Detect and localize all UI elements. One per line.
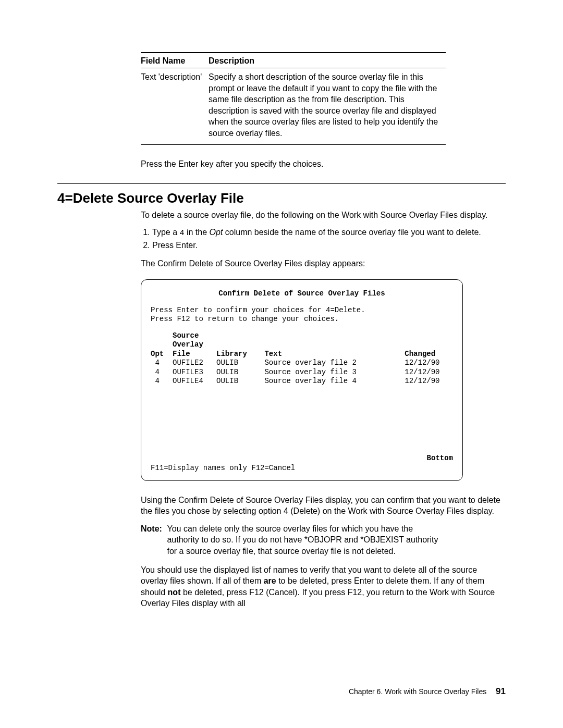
col-header-fieldname: Field Name: [141, 53, 209, 68]
page-footer: Chapter 6. Work with Source Overlay File…: [349, 686, 506, 697]
screen-row: 4 OUFILE4 OULIB Source overlay file 4 12…: [151, 377, 440, 385]
screen-instructions: Press Enter to confirm your choices for …: [151, 306, 453, 324]
intro-paragraph: To delete a source overlay file, do the …: [141, 209, 506, 221]
cell-description: Specify a short description of the sourc…: [209, 68, 446, 145]
col-header-description: Description: [209, 53, 446, 68]
cell-fieldname: Text 'description': [141, 68, 209, 145]
paragraph-verify: You should use the displayed list of nam…: [141, 564, 506, 609]
screen-row: 4 OUFILE2 OULIB Source overlay file 2 12…: [151, 359, 440, 367]
screen-function-keys: F11=Display names only F12=Cancel: [151, 464, 453, 473]
screen-bottom-indicator: Bottom: [151, 454, 453, 463]
screen-title: Confirm Delete of Source Overlay Files: [151, 289, 453, 299]
paragraph-confirm: Using the Confirm Delete of Source Overl…: [141, 495, 506, 517]
screen-row: 4 OUFILE3 OULIB Source overlay file 3 12…: [151, 368, 440, 376]
section-divider: [57, 183, 506, 184]
steps-list: Type a 4 in the Opt column beside the na…: [141, 227, 506, 251]
field-table: Field Name Description Text 'description…: [141, 52, 446, 145]
section-heading: 4=Delete Source Overlay File: [57, 190, 506, 206]
note-block: Note: You can delete only the source ove…: [141, 523, 506, 557]
note-label: Note:: [141, 523, 165, 535]
step-1: Type a 4 in the Opt column beside the na…: [152, 227, 506, 239]
screen-data-table: Source Overlay Opt File Library Text Cha…: [151, 331, 453, 386]
step-2: Press Enter.: [152, 240, 506, 251]
note-body: You can delete only the source overlay f…: [167, 523, 443, 557]
footer-chapter: Chapter 6. Work with Source Overlay File…: [349, 687, 486, 696]
table-row: Text 'description' Specify a short descr…: [141, 68, 446, 145]
terminal-screen: Confirm Delete of Source Overlay Files P…: [141, 279, 463, 481]
footer-page-number: 91: [496, 686, 506, 696]
pre-screen-paragraph: The Confirm Delete of Source Overlay Fil…: [141, 258, 506, 269]
paragraph-press-enter: Press the Enter key after you specify th…: [141, 159, 506, 169]
